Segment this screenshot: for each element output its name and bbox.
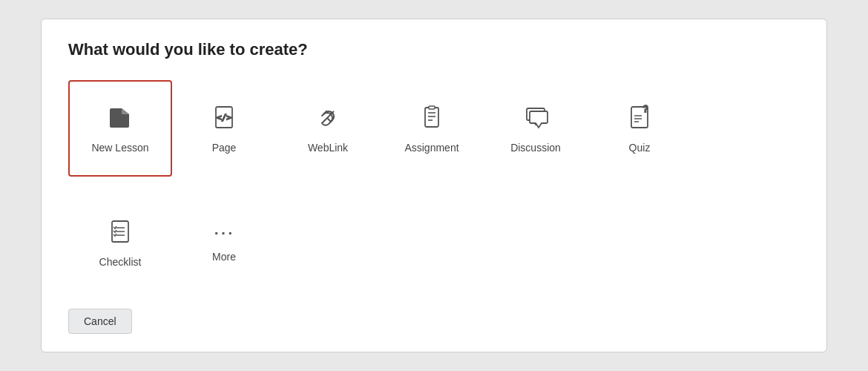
new-lesson-icon [107, 104, 134, 134]
quiz-label: Quiz [629, 142, 651, 154]
create-dialog: What would you like to create? New Lesso… [41, 19, 827, 352]
checklist-icon [107, 218, 134, 249]
svg-rect-3 [425, 108, 438, 127]
assignment-icon [418, 104, 445, 134]
items-row-2: Checklist ⋯ More [68, 194, 800, 291]
svg-text:?: ? [643, 104, 648, 114]
page-icon: </> [211, 104, 237, 134]
quiz-icon: ? [626, 104, 653, 134]
assignment-button[interactable]: Assignment [380, 80, 484, 177]
dialog-footer: Cancel [68, 309, 800, 334]
weblink-button[interactable]: WebLink [276, 80, 380, 177]
more-icon: ⋯ [213, 223, 236, 243]
dialog-title: What would you like to create? [68, 40, 800, 59]
weblink-label: WebLink [308, 142, 348, 154]
new-lesson-label: New Lesson [91, 142, 148, 154]
cancel-button[interactable]: Cancel [68, 309, 132, 334]
checklist-button[interactable]: Checklist [68, 194, 172, 291]
discussion-icon [522, 104, 549, 134]
discussion-label: Discussion [510, 142, 561, 154]
more-button[interactable]: ⋯ More [172, 194, 276, 291]
quiz-button[interactable]: ? Quiz [588, 80, 691, 177]
items-row-1: New Lesson </> Page WebLink [68, 80, 800, 177]
more-label: More [212, 251, 236, 263]
svg-rect-7 [429, 106, 435, 109]
discussion-button[interactable]: Discussion [484, 80, 588, 177]
new-lesson-button[interactable]: New Lesson [68, 80, 172, 177]
svg-text:</>: </> [217, 113, 231, 122]
assignment-label: Assignment [404, 142, 458, 154]
weblink-icon [315, 104, 341, 134]
page-button[interactable]: </> Page [172, 80, 276, 177]
checklist-label: Checklist [99, 256, 142, 268]
page-label: Page [212, 142, 237, 154]
